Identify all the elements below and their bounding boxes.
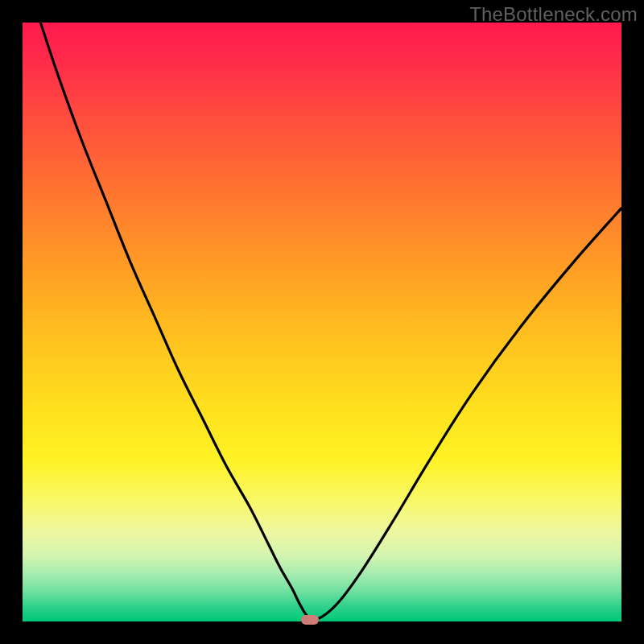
- plot-area: [23, 23, 621, 621]
- optimal-point-marker: [301, 615, 319, 625]
- chart-frame: TheBottleneck.com: [0, 0, 644, 644]
- bottleneck-curve: [23, 23, 621, 621]
